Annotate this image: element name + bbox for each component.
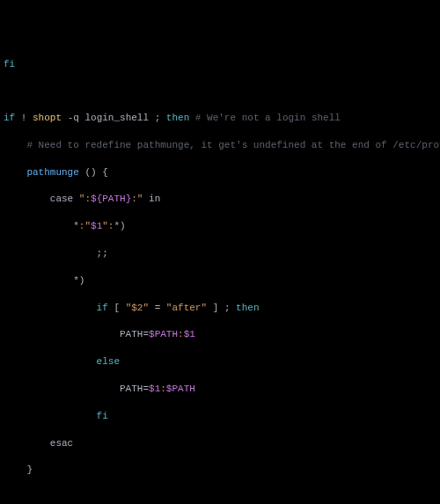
text: [ <box>108 303 126 313</box>
keyword-else: else <box>4 356 120 367</box>
cmd-shopt: shopt <box>33 113 62 123</box>
keyword-then: then <box>166 113 189 123</box>
text: case <box>4 194 79 204</box>
string: ": <box>79 194 91 204</box>
text: * <box>4 221 79 231</box>
text: PATH= <box>4 329 149 340</box>
text: PATH= <box>4 383 149 394</box>
var: $1 <box>184 329 195 340</box>
string: "$2" <box>126 303 149 313</box>
code-editor[interactable]: fi if ! shopt -q login_shell ; then # We… <box>4 58 436 504</box>
comment: # We're not a login shell <box>189 113 341 123</box>
text: ! <box>15 113 33 123</box>
var: $PATH <box>149 329 178 340</box>
text: -q login_shell ; <box>62 113 166 123</box>
string: "after" <box>166 303 207 313</box>
keyword-fi: fi <box>4 411 108 421</box>
comment: # Need to redefine pathmunge, it get's u… <box>4 140 440 150</box>
string: :" <box>79 221 91 231</box>
func-name: pathmunge <box>26 167 84 178</box>
text: : <box>160 383 166 394</box>
text <box>4 167 26 178</box>
var: $1 <box>149 383 160 394</box>
text: ] ; <box>207 303 236 313</box>
text: = <box>149 303 166 313</box>
keyword-fi: fi <box>4 59 15 69</box>
keyword-if: if <box>4 113 15 123</box>
string: ": <box>102 221 114 231</box>
text: *) <box>4 275 84 286</box>
text: } <box>4 464 33 475</box>
keyword-then: then <box>236 303 259 313</box>
text: ;; <box>4 248 108 259</box>
text: : <box>178 329 184 340</box>
var: ${PATH} <box>91 194 131 204</box>
string: :" <box>131 194 143 204</box>
keyword-if: if <box>4 303 108 313</box>
var: $1 <box>91 221 102 231</box>
var: $PATH <box>166 383 195 394</box>
text: esac <box>4 438 73 449</box>
text: () { <box>84 167 107 178</box>
text: *) <box>114 221 125 231</box>
text: in <box>143 194 160 204</box>
